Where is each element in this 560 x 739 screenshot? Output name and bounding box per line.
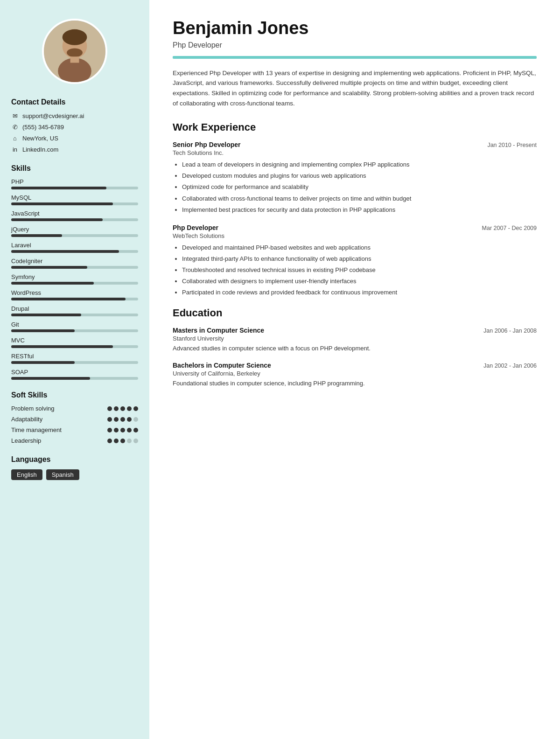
edu-dates: Jan 2002 - Jan 2006: [483, 363, 537, 369]
skill-bar-fill: [11, 314, 81, 316]
dot: [114, 417, 119, 422]
skill-name: WordPress: [11, 289, 138, 296]
skill-item: Symfony: [11, 273, 138, 285]
phone-icon: ✆: [11, 123, 19, 131]
avatar-wrapper: [11, 19, 138, 84]
language-tag: Spanish: [46, 469, 79, 480]
contact-linkedin: in LinkedIn.com: [11, 146, 138, 153]
languages-section-title: Languages: [11, 455, 138, 464]
skill-bar-bg: [11, 187, 138, 189]
job-company: Tech Solutions Inc.: [173, 149, 537, 156]
edu-header: Bachelors in Computer Science Jan 2002 -…: [173, 362, 537, 369]
svg-point-4: [67, 48, 83, 57]
job-bullets: Lead a team of developers in designing a…: [173, 160, 537, 215]
dot: [127, 417, 132, 422]
skill-bar-bg: [11, 377, 138, 380]
skill-bar-fill: [11, 361, 75, 364]
skill-item: Laravel: [11, 242, 138, 253]
skill-bar-bg: [11, 202, 138, 205]
dot: [120, 417, 125, 422]
job-entry: Senior Php Developer Jan 2010 - Present …: [173, 141, 537, 215]
email-icon: ✉: [11, 112, 19, 119]
job-title: Senior Php Developer: [173, 141, 240, 148]
skill-item: WordPress: [11, 289, 138, 300]
sidebar: Contact Details ✉ support@cvdesigner.ai …: [0, 0, 149, 739]
dots: [107, 428, 138, 432]
contact-email: ✉ support@cvdesigner.ai: [11, 112, 138, 119]
skill-name: Laravel: [11, 242, 138, 249]
dot: [133, 417, 138, 422]
dots: [107, 417, 138, 422]
skill-name: Symfony: [11, 273, 138, 280]
candidate-name: Benjamin Jones: [173, 19, 537, 38]
list-item: Collaborated with designers to implement…: [182, 277, 537, 286]
education-entry: Bachelors in Computer Science Jan 2002 -…: [173, 362, 537, 388]
linkedin-icon: in: [11, 146, 19, 153]
job-header: Senior Php Developer Jan 2010 - Present: [173, 141, 537, 148]
edu-school: University of California, Berkeley: [173, 370, 537, 377]
skill-bar-fill: [11, 298, 126, 300]
dots: [107, 406, 138, 411]
list-item: Optimized code for performance and scala…: [182, 182, 537, 192]
skill-bar-fill: [11, 282, 94, 285]
dot: [133, 428, 138, 432]
dot: [114, 406, 119, 411]
job-header: Php Developer Mar 2007 - Dec 2009: [173, 224, 537, 231]
edu-degree: Masters in Computer Science: [173, 327, 264, 334]
skill-item: Git: [11, 321, 138, 332]
skill-name: Drupal: [11, 305, 138, 312]
contact-phone: ✆ (555) 345-6789: [11, 123, 138, 131]
svg-rect-5: [70, 56, 79, 63]
dot: [120, 406, 125, 411]
list-item: Implemented best practices for security …: [182, 205, 537, 215]
skill-bar-bg: [11, 329, 138, 332]
edu-header: Masters in Computer Science Jan 2006 - J…: [173, 327, 537, 334]
soft-skill-name: Problem solving: [11, 405, 107, 412]
edu-description: Foundational studies in computer science…: [173, 379, 537, 388]
skill-bar-bg: [11, 266, 138, 269]
skill-item: MySQL: [11, 194, 138, 205]
skill-bar-fill: [11, 329, 75, 332]
skill-bar-bg: [11, 250, 138, 253]
skill-name: jQuery: [11, 226, 138, 233]
skills-section-title: Skills: [11, 164, 138, 173]
skill-name: PHP: [11, 178, 138, 185]
skill-bar-bg: [11, 361, 138, 364]
job-title: Php Developer: [173, 224, 218, 231]
education-entry: Masters in Computer Science Jan 2006 - J…: [173, 327, 537, 353]
skill-bar-bg: [11, 282, 138, 285]
dot: [127, 428, 132, 432]
jobs-list: Senior Php Developer Jan 2010 - Present …: [173, 141, 537, 297]
soft-skill-item: Leadership: [11, 437, 138, 444]
soft-skills-section-title: Soft Skills: [11, 391, 138, 399]
dot: [120, 439, 125, 443]
language-tags: EnglishSpanish: [11, 469, 138, 480]
soft-skill-name: Adaptability: [11, 416, 107, 423]
skill-bar-fill: [11, 187, 106, 189]
skill-item: MVC: [11, 337, 138, 348]
skill-bar-bg: [11, 218, 138, 221]
education-list: Masters in Computer Science Jan 2006 - J…: [173, 327, 537, 388]
dot: [107, 417, 112, 422]
job-company: WebTech Solutions: [173, 232, 537, 239]
contact-location: ⌂ NewYork, US: [11, 134, 138, 142]
location-icon: ⌂: [11, 134, 19, 142]
list-item: Developed and maintained PHP-based websi…: [182, 243, 537, 252]
skill-name: RESTful: [11, 353, 138, 360]
avatar: [42, 19, 107, 84]
list-item: Developed custom modules and plugins for…: [182, 171, 537, 181]
dot: [120, 428, 125, 432]
dot: [107, 406, 112, 411]
job-dates: Mar 2007 - Dec 2009: [482, 225, 537, 231]
skill-name: MySQL: [11, 194, 138, 201]
soft-skills-list: Problem solving Adaptability Time manage…: [11, 405, 138, 444]
dot: [107, 428, 112, 432]
work-experience-title: Work Experience: [173, 121, 537, 133]
skill-bar-fill: [11, 202, 113, 205]
dot: [107, 439, 112, 443]
skill-bar-bg: [11, 298, 138, 300]
dot: [133, 439, 138, 443]
skill-name: MVC: [11, 337, 138, 344]
skill-name: Git: [11, 321, 138, 328]
contact-section-title: Contact Details: [11, 98, 138, 106]
